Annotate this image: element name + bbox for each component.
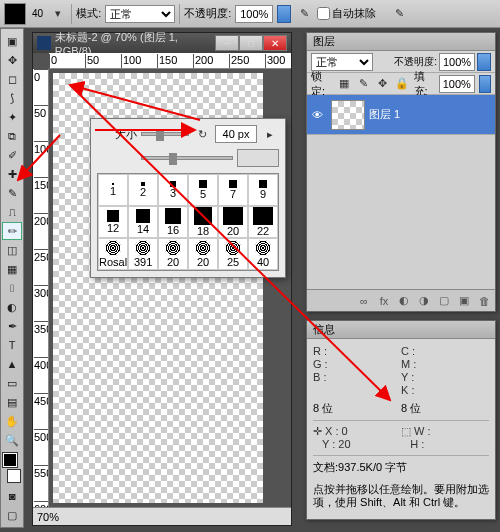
blend-mode-select[interactable]: 正常 xyxy=(105,5,175,23)
document-titlebar[interactable]: 未标题-2 @ 70% (图层 1, RGB/8) ─ □ ✕ xyxy=(33,33,291,53)
lock-trans-icon[interactable]: ▦ xyxy=(336,75,351,93)
document-window: 未标题-2 @ 70% (图层 1, RGB/8) ─ □ ✕ 05010015… xyxy=(32,32,292,526)
brush-picker-icon[interactable]: ▾ xyxy=(49,5,67,23)
brush-preset[interactable]: 391 xyxy=(128,238,158,270)
shape-tool[interactable]: ▭ xyxy=(2,374,22,392)
dodge-tool[interactable]: ◐ xyxy=(2,298,22,316)
trash-icon[interactable]: 🗑 xyxy=(477,294,491,308)
crop-tool[interactable]: ⧉ xyxy=(2,127,22,145)
separator xyxy=(179,4,180,24)
hardness-input xyxy=(237,149,279,167)
auto-erase-label: 自动抹除 xyxy=(332,6,376,21)
brush-preset-grid[interactable]: 123579121416182022Rosal39120202540 xyxy=(97,173,279,271)
layer-list[interactable]: 👁 图层 1 xyxy=(307,95,495,289)
pen-tool[interactable]: ✒ xyxy=(2,317,22,335)
new-layer-icon[interactable]: ▣ xyxy=(457,294,471,308)
wand-tool[interactable]: ✦ xyxy=(2,108,22,126)
brush-preset[interactable]: 14 xyxy=(128,206,158,238)
status-bar: 70% xyxy=(33,507,291,525)
stamp-tool[interactable]: ⎍ xyxy=(2,203,22,221)
adjust-icon[interactable]: ◑ xyxy=(417,294,431,308)
gradient-tool[interactable]: ▦ xyxy=(2,260,22,278)
brush-preset[interactable]: 40 xyxy=(248,238,278,270)
info-panel: 信息 R : G : B : C : M : Y : K : 8 位 8 位 ✛… xyxy=(306,320,496,520)
group-icon[interactable]: ▢ xyxy=(437,294,451,308)
lock-move-icon[interactable]: ✥ xyxy=(375,75,390,93)
brush-preset[interactable]: 20 xyxy=(218,206,248,238)
eyedropper-tool[interactable]: ✐ xyxy=(2,146,22,164)
info-k-label: K : xyxy=(401,384,414,396)
hand-tool[interactable]: ✋ xyxy=(2,412,22,430)
layer-thumbnail[interactable] xyxy=(331,100,365,130)
maximize-button[interactable]: □ xyxy=(239,35,263,51)
toolbox: ▣ ✥ ◻ ⟆ ✦ ⧉ ✐ ✚ ✎ ⎍ ✏ ◫ ▦ 𓂃 ◐ ✒ T ▲ ▭ ▤ … xyxy=(0,28,24,528)
info-bits2: 8 位 xyxy=(401,402,421,414)
layer-name[interactable]: 图层 1 xyxy=(369,107,400,122)
brush-preset[interactable]: Rosal xyxy=(98,238,128,270)
zoom-tool[interactable]: 🔍 xyxy=(2,431,22,449)
blur-tool[interactable]: 𓂃 xyxy=(2,279,22,297)
fg-color[interactable] xyxy=(3,453,17,467)
size-slider[interactable] xyxy=(141,132,189,136)
eraser-tool[interactable]: ◫ xyxy=(2,241,22,259)
minimize-button[interactable]: ─ xyxy=(215,35,239,51)
brush-preset[interactable]: 18 xyxy=(188,206,218,238)
opacity-dropdown[interactable] xyxy=(277,5,291,23)
brush-preset[interactable]: 25 xyxy=(218,238,248,270)
bg-color[interactable] xyxy=(7,469,21,483)
layer-opacity-dropdown[interactable] xyxy=(477,53,491,71)
heal-tool[interactable]: ✚ xyxy=(2,165,22,183)
layer-row[interactable]: 👁 图层 1 xyxy=(307,95,495,135)
notes-tool[interactable]: ▤ xyxy=(2,393,22,411)
fill-dropdown[interactable] xyxy=(479,75,491,93)
brush-preset[interactable]: 2 xyxy=(128,174,158,206)
fill-input[interactable] xyxy=(439,75,475,93)
visibility-icon[interactable]: 👁 xyxy=(307,109,327,121)
tablet-opacity-icon[interactable]: ✎ xyxy=(295,5,313,23)
mask-icon[interactable]: ◐ xyxy=(397,294,411,308)
move-tool[interactable]: ✥ xyxy=(2,51,22,69)
auto-erase-checkbox[interactable]: 自动抹除 xyxy=(317,6,376,21)
info-tab[interactable]: 信息 xyxy=(307,321,495,339)
size-input[interactable] xyxy=(215,125,257,143)
layers-tab[interactable]: 图层 xyxy=(307,33,495,51)
quickmask-icon[interactable]: ◙ xyxy=(2,487,22,505)
lock-all-icon[interactable]: 🔒 xyxy=(394,75,409,93)
layers-footer: ∞ fx ◐ ◑ ▢ ▣ 🗑 xyxy=(307,289,495,311)
brush-preset[interactable]: 20 xyxy=(188,238,218,270)
screenmode-icon[interactable]: ▢ xyxy=(2,506,22,524)
color-swatches[interactable] xyxy=(3,453,21,483)
lock-label: 锁定: xyxy=(311,69,332,99)
brush-preset[interactable]: 12 xyxy=(98,206,128,238)
tablet-size-icon[interactable]: ✎ xyxy=(390,5,408,23)
close-button[interactable]: ✕ xyxy=(263,35,287,51)
layer-opacity-input[interactable] xyxy=(439,53,475,71)
hardness-slider[interactable] xyxy=(141,156,233,160)
brush-preset[interactable]: 3 xyxy=(158,174,188,206)
zoom-level[interactable]: 70% xyxy=(37,511,59,523)
hint-text: 点按并拖移以任意绘制。要用附加选项，使用 Shift、Alt 和 Ctrl 键。 xyxy=(313,483,489,509)
brush-preset[interactable]: 20 xyxy=(158,238,188,270)
lasso-tool[interactable]: ⟆ xyxy=(2,89,22,107)
link-icon[interactable]: ∞ xyxy=(357,294,371,308)
lock-paint-icon[interactable]: ✎ xyxy=(356,75,371,93)
fx-icon[interactable]: fx xyxy=(377,294,391,308)
fill-label: 填充: xyxy=(414,69,435,99)
brush-tool[interactable]: ✎ xyxy=(2,184,22,202)
auto-erase-input[interactable] xyxy=(317,7,330,20)
marquee-tool[interactable]: ◻ xyxy=(2,70,22,88)
brush-preset[interactable]: 9 xyxy=(248,174,278,206)
brush-preview[interactable] xyxy=(4,3,26,25)
path-tool[interactable]: ▲ xyxy=(2,355,22,373)
brush-preset[interactable]: 1 xyxy=(98,174,128,206)
flyout-icon[interactable]: ▸ xyxy=(261,125,279,143)
reset-icon[interactable]: ↻ xyxy=(193,125,211,143)
pencil-tool[interactable]: ✏ xyxy=(2,222,22,240)
brush-preset[interactable]: 16 xyxy=(158,206,188,238)
brush-preset[interactable]: 22 xyxy=(248,206,278,238)
type-tool[interactable]: T xyxy=(2,336,22,354)
brush-preset[interactable]: 5 xyxy=(188,174,218,206)
brush-preset[interactable]: 7 xyxy=(218,174,248,206)
doc-size: 文档:937.5K/0 字节 xyxy=(313,455,489,475)
opacity-input[interactable] xyxy=(235,5,273,23)
